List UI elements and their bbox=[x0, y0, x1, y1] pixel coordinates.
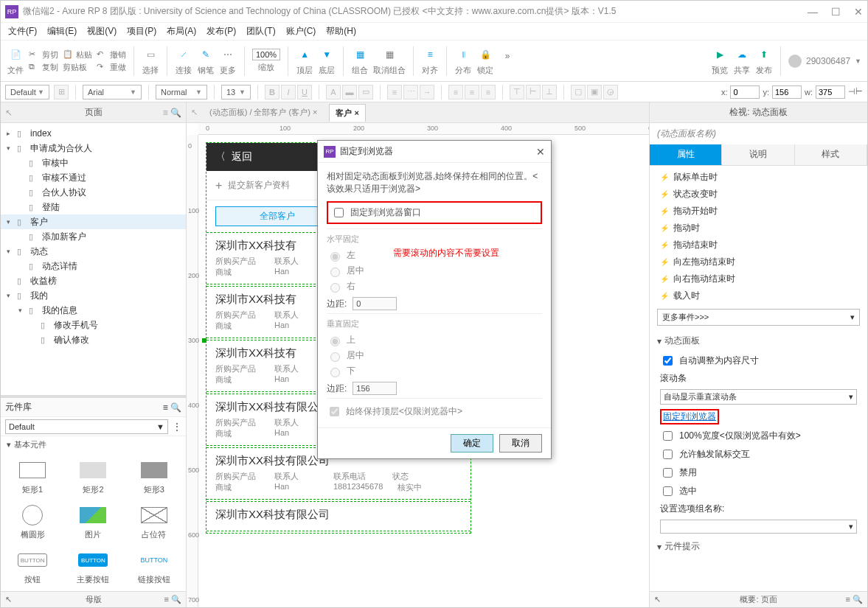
collapse-icon[interactable]: ↖ bbox=[5, 595, 12, 604]
autosize-checkbox[interactable]: 自动调整为内容尺寸 bbox=[650, 352, 867, 370]
tree-node[interactable]: ▯修改手机号 bbox=[1, 318, 186, 332]
library-options-icon[interactable]: ⋮ bbox=[173, 422, 181, 432]
panel-menu-icon[interactable]: ≡ 🔍 bbox=[164, 595, 181, 604]
valign-bottom-button[interactable]: ⊥ bbox=[542, 85, 557, 99]
valign-middle-button[interactable]: ⊢ bbox=[526, 85, 541, 99]
panel-menu-icon[interactable]: ≡ 🔍 bbox=[163, 108, 181, 118]
tab-close-icon[interactable]: × bbox=[313, 108, 317, 116]
tab-properties[interactable]: 属性 bbox=[650, 144, 722, 165]
italic-button[interactable]: I bbox=[281, 85, 296, 99]
toolbar-undo[interactable]: ↶撤销 bbox=[97, 49, 126, 60]
border-color-button[interactable]: ▭ bbox=[358, 85, 373, 99]
toolbar-lock[interactable]: 🔒锁定 bbox=[476, 46, 494, 76]
border-width-button[interactable]: ≡ bbox=[387, 85, 402, 99]
section-tooltip[interactable]: ▾元件提示 bbox=[650, 536, 867, 557]
close-button[interactable]: ✕ bbox=[854, 6, 863, 18]
shape-image[interactable]: 图片 bbox=[64, 501, 122, 543]
tree-node[interactable]: ▾▯客户 bbox=[1, 214, 186, 229]
radio-vcenter[interactable]: 居中 bbox=[327, 348, 542, 363]
shape-rectg[interactable]: 矩形2 bbox=[64, 456, 122, 498]
tab-notes[interactable]: 说明 bbox=[722, 144, 794, 165]
border-style-button[interactable]: ⋯ bbox=[403, 85, 418, 99]
more-events[interactable]: 更多事件>>>▾ bbox=[657, 309, 860, 326]
tree-node[interactable]: ▾▯动态 bbox=[1, 244, 186, 259]
toolbar-file[interactable]: 📄文件 bbox=[7, 46, 24, 76]
align-right-button[interactable]: ≡ bbox=[481, 85, 496, 99]
w-input[interactable] bbox=[816, 85, 845, 99]
tree-node[interactable]: ▾▯我的 bbox=[1, 288, 186, 303]
size-select[interactable]: 13▼ bbox=[221, 85, 251, 99]
tree-node[interactable]: ▯审核不通过 bbox=[1, 170, 186, 185]
tree-node[interactable]: ▸▯index bbox=[1, 126, 186, 141]
library-menu-icon[interactable]: ≡ 🔍 bbox=[163, 402, 181, 413]
selected-checkbox[interactable]: 选中 bbox=[650, 482, 867, 500]
option-group-select[interactable]: ▾ bbox=[660, 520, 857, 534]
underline-button[interactable]: U bbox=[297, 85, 312, 99]
toolbar-publish[interactable]: ⬆发布 bbox=[755, 46, 773, 76]
event-item[interactable]: ⚡向左拖动结束时 bbox=[650, 254, 867, 270]
event-item[interactable]: ⚡向右拖动结束时 bbox=[650, 270, 867, 287]
menu-item[interactable]: 团队(T) bbox=[242, 24, 280, 39]
toolbar-overflow[interactable]: » bbox=[499, 47, 516, 75]
inner-button[interactable]: ▣ bbox=[587, 85, 602, 99]
h-margin-input[interactable] bbox=[353, 297, 397, 310]
tab-style[interactable]: 样式 bbox=[795, 144, 867, 165]
menu-item[interactable]: 项目(P) bbox=[122, 24, 161, 39]
menu-item[interactable]: 账户(C) bbox=[282, 24, 321, 39]
radio-top[interactable]: 上 bbox=[327, 332, 542, 348]
shape-btn2[interactable]: BUTTON主要按钮 bbox=[64, 546, 122, 588]
tree-node[interactable]: ▯添加新客户 bbox=[1, 229, 186, 244]
tab-close-icon[interactable]: × bbox=[354, 108, 358, 117]
toolbar-cut[interactable]: ✂剪切 bbox=[29, 49, 58, 60]
section-dynamic-panel[interactable]: ▾动态面板 bbox=[650, 330, 867, 352]
toolbar-pen[interactable]: ✎钢笔 bbox=[197, 46, 215, 76]
corners-button[interactable]: ◶ bbox=[603, 85, 618, 99]
toolbar-redo[interactable]: ↷重做 bbox=[97, 62, 126, 73]
tree-node[interactable]: ▯收益榜 bbox=[1, 273, 186, 288]
shape-btn3[interactable]: BUTTON链接按钮 bbox=[125, 546, 183, 588]
style-manage-icon[interactable]: ⊞ bbox=[54, 85, 69, 99]
y-input[interactable] bbox=[772, 85, 802, 99]
tree-node[interactable]: ▯合伙人协议 bbox=[1, 185, 186, 200]
pin-checkbox[interactable]: 固定到浏览器窗口 bbox=[327, 201, 542, 224]
shape-ellipse[interactable]: 椭圆形 bbox=[4, 501, 61, 543]
align-center-button[interactable]: ≡ bbox=[465, 85, 479, 99]
toolbar-distribute[interactable]: ⫴分布 bbox=[454, 46, 472, 76]
tree-node[interactable]: ▾▯申请成为合伙人 bbox=[1, 141, 186, 156]
ok-button[interactable]: 确定 bbox=[451, 434, 493, 452]
text-color-button[interactable]: A bbox=[326, 85, 341, 99]
menu-item[interactable]: 帮助(H) bbox=[322, 24, 361, 39]
bold-button[interactable]: B bbox=[265, 85, 280, 99]
style-select[interactable]: Default▼ bbox=[5, 85, 49, 99]
scrollbar-select[interactable]: 自动显示垂直滚动条▾ bbox=[660, 389, 857, 405]
toolbar-paste[interactable]: 📋粘贴 bbox=[63, 49, 92, 60]
menu-item[interactable]: 发布(P) bbox=[202, 24, 240, 39]
panel-name-field[interactable]: (动态面板名称) bbox=[650, 123, 867, 144]
toolbar-ungroup[interactable]: ▦取消组合 bbox=[373, 46, 406, 76]
event-item[interactable]: ⚡拖动时 bbox=[650, 220, 867, 237]
toolbar-preview[interactable]: ▶预览 bbox=[711, 46, 729, 76]
toolbar-group[interactable]: ▦组合 bbox=[351, 46, 369, 76]
toolbar-more[interactable]: ⋯更多 bbox=[219, 46, 237, 76]
collapse-icon[interactable]: ↖ bbox=[5, 108, 13, 118]
event-item[interactable]: ⚡鼠标单击时 bbox=[650, 169, 867, 186]
disable-checkbox[interactable]: 禁用 bbox=[650, 464, 867, 482]
toolbar-select[interactable]: ▭选择 bbox=[142, 46, 159, 76]
menu-item[interactable]: 布局(A) bbox=[162, 24, 201, 39]
tab-customer[interactable]: 客户 × bbox=[329, 104, 366, 122]
radio-hcenter[interactable]: 居中 bbox=[327, 263, 542, 279]
v-margin-input[interactable] bbox=[353, 382, 397, 395]
toolbar-align[interactable]: ≡对齐 bbox=[421, 46, 439, 76]
user-account[interactable]: 290306487▼ bbox=[788, 55, 861, 68]
fill-color-button[interactable]: ▬ bbox=[342, 85, 357, 99]
toolbar-share[interactable]: ☁共享 bbox=[733, 46, 751, 76]
masters-panel-tab[interactable]: ↖母版≡ 🔍 bbox=[1, 591, 186, 607]
arrow-button[interactable]: → bbox=[420, 85, 434, 99]
tree-node[interactable]: ▯确认修改 bbox=[1, 332, 186, 347]
font-select[interactable]: Arial▼ bbox=[83, 85, 142, 99]
shape-btn1[interactable]: BUTTON按钮 bbox=[4, 546, 61, 588]
customer-card[interactable]: 深圳市XX科技有限公司 bbox=[206, 501, 471, 531]
event-item[interactable]: ⚡拖动开始时 bbox=[650, 203, 867, 220]
weight-select[interactable]: Normal▼ bbox=[156, 85, 207, 99]
outline-panel-tab[interactable]: ↖概要: 页面≡ 🔍 bbox=[650, 591, 867, 607]
